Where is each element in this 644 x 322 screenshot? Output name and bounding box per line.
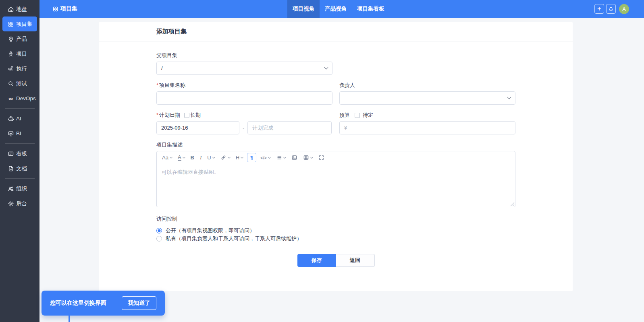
card-header: 添加项目集 — [99, 22, 573, 41]
access-public-label: 公开（有项目集视图权限，即可访问） — [166, 227, 255, 234]
fullscreen-button[interactable] — [316, 153, 327, 163]
radio-selected-icon[interactable] — [156, 228, 162, 233]
image-button[interactable] — [289, 153, 300, 163]
create-button[interactable]: + — [594, 4, 604, 14]
avatar[interactable]: A — [619, 4, 629, 14]
code-button[interactable]: </> — [258, 153, 273, 163]
tooltip-confirm-button[interactable]: 我知道了 — [122, 296, 156, 310]
paragraph-button[interactable]: ¶ — [247, 153, 256, 162]
list-button[interactable] — [273, 153, 289, 163]
tab-product-view[interactable]: 产品视角 — [320, 0, 352, 18]
parent-program-select[interactable]: / — [156, 62, 332, 75]
sidebar-item-label: 地盘 — [16, 6, 27, 13]
field-owner: 负责人 — [339, 83, 515, 105]
list-icon — [276, 155, 282, 161]
owner-select[interactable] — [339, 91, 515, 105]
field-program-name: * 项目集名称 — [156, 83, 332, 105]
budget-tbd-checkbox[interactable] — [355, 113, 360, 118]
heading-button[interactable]: H — [233, 153, 246, 163]
long-term-label: 长期 — [190, 112, 201, 118]
sidebar-item-label: 后台 — [16, 200, 27, 207]
currency-symbol: ¥ — [344, 125, 347, 131]
access-private-label: 私有（项目集负责人和干系人可访问，干系人可后续维护） — [166, 235, 302, 242]
sidebar-item-label: BI — [16, 130, 21, 136]
sidebar-item-kanban[interactable]: 看板 — [2, 146, 37, 161]
tab-program-kanban[interactable]: 项目集看板 — [352, 0, 390, 18]
topbar-title-label: 项目集 — [60, 5, 77, 12]
people-icon — [7, 185, 14, 192]
underline-button[interactable]: U — [204, 153, 217, 163]
access-control-label: 访问控制 — [156, 216, 177, 222]
tooltip-pointer-line — [69, 316, 70, 322]
chevron-down-icon — [228, 155, 231, 158]
owner-label: 负责人 — [339, 83, 355, 88]
image-icon — [291, 155, 297, 161]
fullscreen-icon — [318, 155, 324, 161]
budget-input[interactable] — [349, 125, 511, 131]
main-content: 添加项目集 父项目集 / * 项目集名称 — [39, 18, 644, 322]
sidebar-item-project[interactable]: 项目 — [2, 46, 37, 61]
sidebar-item-execution[interactable]: 执行 — [2, 61, 37, 76]
access-option-private[interactable]: 私有（项目集负责人和干系人可访问，干系人可后续维护） — [156, 235, 515, 243]
table-icon — [303, 155, 309, 161]
plan-start-input[interactable] — [161, 125, 235, 131]
save-button[interactable]: 保存 — [297, 254, 336, 267]
radio-unselected-icon[interactable] — [156, 236, 162, 242]
required-asterisk: * — [156, 112, 158, 118]
sidebar-item-program[interactable]: 项目集 — [2, 17, 37, 31]
italic-button[interactable]: I — [197, 153, 204, 163]
sidebar-item-home[interactable]: 地盘 — [2, 2, 37, 17]
back-button[interactable]: 返回 — [336, 254, 375, 267]
resize-handle[interactable] — [510, 202, 515, 206]
sidebar-divider — [5, 143, 35, 144]
plan-end-input[interactable] — [252, 125, 327, 131]
kanban-icon — [7, 150, 14, 157]
sidebar-item-label: 测试 — [16, 80, 27, 87]
sidebar-item-label: AI — [16, 116, 21, 122]
plus-icon: + — [597, 5, 601, 12]
field-budget: 预算 待定 ¥ — [339, 112, 515, 134]
long-term-checkbox[interactable] — [184, 113, 189, 118]
editor-placeholder: 可以在编辑器直接贴图。 — [162, 169, 219, 175]
program-grid-icon — [7, 21, 14, 27]
gear-icon — [7, 200, 14, 207]
required-asterisk: * — [156, 83, 158, 88]
avatar-letter: A — [622, 6, 626, 12]
tab-project-view[interactable]: 项目视角 — [287, 0, 320, 18]
program-name-input[interactable] — [161, 95, 328, 101]
editor-body[interactable]: 可以在编辑器直接贴图。 — [157, 164, 515, 207]
sidebar-item-label: 组织 — [16, 185, 27, 192]
access-option-public[interactable]: 公开（有项目集视图权限，即可访问） — [156, 227, 515, 235]
font-color-glyph: A — [178, 155, 181, 161]
chevron-down-icon — [507, 95, 511, 99]
field-description: 项目集描述 Aa A B I U H ¶ </> — [156, 142, 515, 207]
sidebar-item-devops[interactable]: ∞ DevOps — [2, 91, 37, 106]
link-button[interactable] — [218, 153, 233, 163]
chevron-down-icon — [170, 155, 172, 158]
sidebar-item-label: 产品 — [16, 35, 27, 43]
sidebar-item-bi[interactable]: BI — [2, 126, 37, 141]
chevron-down-icon — [283, 155, 286, 158]
field-parent-program: 父项目集 / — [156, 53, 332, 75]
sidebar-item-product[interactable]: 产品 — [2, 31, 37, 46]
sidebar-item-test[interactable]: 测试 — [2, 76, 37, 91]
home-icon — [7, 6, 14, 12]
program-grid-icon — [52, 6, 58, 12]
sidebar-item-ai[interactable]: AI — [2, 111, 37, 126]
plan-date-label: 计划日期 — [159, 112, 180, 118]
font-size-button[interactable]: Aa — [159, 153, 175, 163]
add-program-form: 父项目集 / * 项目集名称 — [156, 53, 515, 267]
description-label: 项目集描述 — [156, 142, 183, 148]
sidebar-item-admin[interactable]: 后台 — [2, 196, 37, 211]
font-color-button[interactable]: A — [175, 153, 188, 163]
table-button[interactable] — [300, 153, 316, 163]
sidebar-item-doc[interactable]: 文档 — [2, 161, 37, 176]
heading-glyph: H — [236, 155, 239, 161]
bold-button[interactable]: B — [188, 153, 197, 163]
bold-glyph: B — [191, 155, 194, 161]
bell-icon — [608, 6, 614, 12]
italic-glyph: I — [200, 155, 202, 161]
notifications-button[interactable] — [606, 4, 616, 14]
lightbulb-icon — [7, 35, 14, 42]
sidebar-item-org[interactable]: 组织 — [2, 181, 37, 196]
